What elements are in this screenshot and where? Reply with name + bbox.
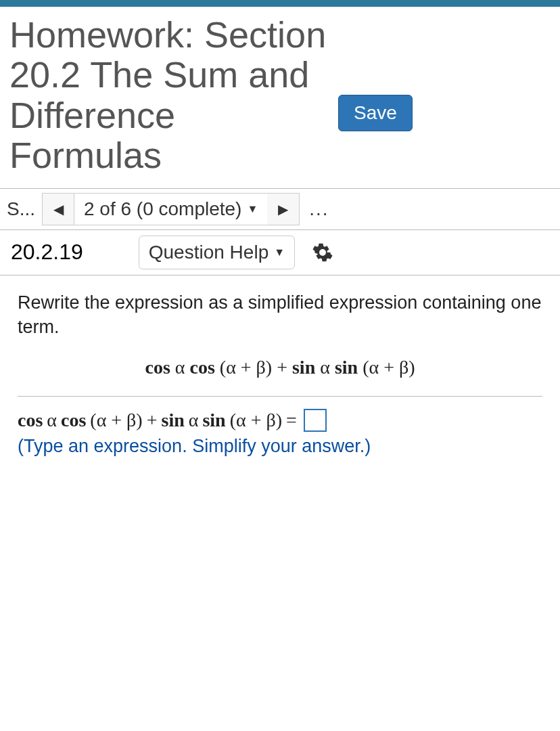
- chevron-right-icon: ▶: [278, 201, 288, 217]
- instructions-text: Rewrite the expression as a simplified e…: [18, 290, 542, 340]
- chevron-down-icon: ▼: [247, 203, 258, 215]
- question-nav: S... ◀ 2 of 6 (0 complete) ▼ ▶ ...: [0, 188, 560, 230]
- page-title: Homework: Section 20.2 The Sum and Diffe…: [9, 15, 327, 176]
- top-accent-bar: [0, 0, 560, 7]
- header: Homework: Section 20.2 The Sum and Diffe…: [0, 7, 560, 188]
- save-button[interactable]: Save: [338, 95, 413, 131]
- answer-line: cos α cos (α + β) + sin α sin (α + β) =: [18, 409, 542, 432]
- chevron-down-icon: ▼: [274, 246, 285, 259]
- prev-question-button[interactable]: ◀: [42, 193, 74, 225]
- more-options[interactable]: ...: [300, 198, 338, 220]
- question-help-button[interactable]: Question Help ▼: [139, 236, 295, 269]
- progress-dropdown[interactable]: 2 of 6 (0 complete) ▼: [74, 193, 267, 225]
- divider: [18, 396, 542, 397]
- next-question-button[interactable]: ▶: [267, 193, 300, 225]
- progress-text: 2 of 6 (0 complete): [84, 198, 241, 220]
- question-toolbar: 20.2.19 Question Help ▼: [0, 230, 560, 275]
- given-expression: cos α cos (α + β) + sin α sin (α + β): [18, 353, 542, 391]
- question-content: Rewrite the expression as a simplified e…: [0, 275, 560, 472]
- answer-input[interactable]: [304, 409, 327, 432]
- gear-icon[interactable]: [312, 242, 333, 263]
- chevron-left-icon: ◀: [53, 201, 64, 217]
- answer-hint: (Type an expression. Simplify your answe…: [18, 436, 542, 457]
- question-number: 20.2.19: [7, 237, 87, 267]
- score-label[interactable]: S...: [7, 194, 42, 224]
- question-help-label: Question Help: [149, 242, 269, 263]
